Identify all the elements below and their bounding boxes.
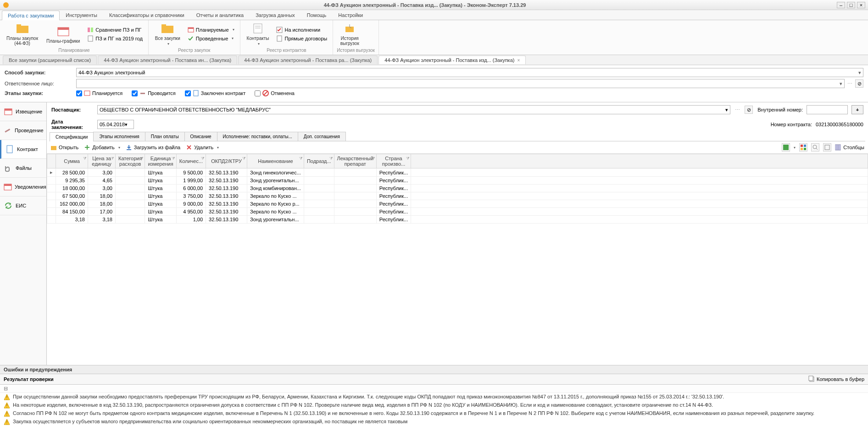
menu-tab-purchases[interactable]: Работа с закупками [2,11,60,20]
check-icon [188,35,194,42]
inner-tab-desc[interactable]: Описание [184,132,217,141]
filter-icon[interactable]: ⧩ [299,156,303,161]
responsible-combo[interactable]: ▾ [76,79,845,88]
planned-button[interactable]: Планируемые▾ [186,26,236,34]
stage-planning-check[interactable]: Планируется [76,90,122,96]
delete-button[interactable]: Удалить▾ [186,144,219,151]
nav-notifications[interactable]: Уведомления [0,178,46,196]
settings-button[interactable] [823,143,831,151]
add-internal-num-button[interactable]: + [851,105,863,114]
inner-tab-spec[interactable]: Спецификации [50,132,94,141]
filter-icon[interactable]: ⧩ [242,156,246,161]
search-button[interactable] [811,143,819,151]
stage-contract-check[interactable]: Заключен контракт [185,90,245,96]
menu-tab-settings[interactable]: Настройки [332,10,369,20]
open-button[interactable]: Открыть [50,144,78,151]
svg-text:!: ! [6,395,7,400]
ellipsis-icon[interactable]: ⋯ [847,81,852,87]
copy-buffer-button[interactable]: Копировать в буфер [808,376,864,383]
all-purchases-button[interactable]: Все закупки ▾ [152,21,183,47]
contracts-button[interactable]: Контракты ▾ [244,21,272,47]
menu-tabs: Работа с закупками Инструменты Классифик… [0,10,868,20]
plans-button[interactable]: Планы закупок (44-ФЗ) [4,21,41,47]
contract-small-icon [193,90,199,96]
menu-tab-loading[interactable]: Загрузка данных [250,10,301,20]
stages-label: Этапы закупки: [5,90,73,96]
supplier-combo[interactable]: ОБЩЕСТВО С ОГРАНИЧЕННОЙ ОТВЕТСТВЕННОСТЬЮ… [97,105,730,114]
close-tab-icon[interactable]: × [517,58,520,63]
date-picker[interactable]: 05.04.2018▾ [97,120,134,129]
table-row[interactable]: 9 295,354,65Штука1 999,0032.50.13.190Зон… [47,177,868,185]
nav-notice[interactable]: Извещение [0,102,46,121]
menu-tab-tools[interactable]: Инструменты [60,10,103,20]
stage-cancelled-check[interactable]: Отменена [255,90,295,96]
filter-icon[interactable]: ⧩ [201,156,205,161]
stage-conducted-check[interactable]: Проводится [132,90,176,96]
conducted-button[interactable]: Проведенные▾ [186,34,236,43]
internal-num-label: Внутренний номер: [757,107,803,112]
inner-tab-stages[interactable]: Этапы исполнения [93,132,145,141]
excel-button[interactable] [782,143,790,151]
internal-num-input[interactable] [807,105,848,114]
load-button[interactable]: Загрузить из файла [126,144,180,151]
filter-icon[interactable]: ⧩ [406,156,410,161]
pz-pg-2019-button[interactable]: ПЗ и ПГ на 2019 год [85,34,145,43]
history-button[interactable]: История выгрузок [337,21,362,47]
menu-tab-classifiers[interactable]: Классификаторы и справочники [103,10,190,20]
svg-rect-24 [5,109,12,111]
doc-tab-3[interactable]: 44-ФЗ Аукцион электронный - Поставка изд… [378,56,526,64]
nav-conduct[interactable]: Проведение [0,121,46,140]
clear-button[interactable]: ⊘ [855,79,863,88]
table-row[interactable]: ▸28 500,003,00Штука9 500,0032.50.13.190З… [47,168,868,177]
nav-files[interactable]: Файлы [0,159,46,178]
document-tabs: Все закупки (расширенный список) 44-ФЗ А… [0,55,868,65]
clear-supplier-button[interactable]: ⊘ [745,106,753,114]
table-row[interactable]: 3,183,18Штука1,0032.50.13.190Зонд уроген… [47,216,868,224]
svg-rect-20 [194,90,198,96]
minimize-button[interactable]: – [837,2,845,8]
doc-tab-1[interactable]: 44-ФЗ Аукцион электронный - Поставка ин.… [98,56,237,64]
inner-tab-exec[interactable]: Исполнение: поставки, оплаты... [217,132,298,141]
table-row[interactable]: 18 000,003,00Штука6 000,0032.50.13.190Зо… [47,185,868,192]
contract-num-label: Номер контракта: [771,122,812,127]
title-bar: 44-ФЗ Аукцион электронный - Поставка изд… [0,0,868,10]
date-label: Дата заключения: [51,119,93,130]
tree-toggle[interactable]: ⊟ [0,385,868,393]
calendar-small-icon [188,27,194,33]
doc-tab-2[interactable]: 44-ФЗ Аукцион электронный - Поставка ра.… [238,56,378,64]
inner-tab-addendum[interactable]: Доп. соглашения [298,132,346,141]
filter-icon[interactable]: ⧩ [140,156,144,161]
filter-icon[interactable]: ⧩ [83,156,87,161]
doc-tab-all[interactable]: Все закупки (расширенный список) [3,56,97,64]
nav-contract[interactable]: Контракт [0,140,46,159]
plans-schedules-button[interactable]: Планы-графики [44,24,83,45]
columns-button[interactable]: Столбцы [835,144,864,151]
inner-tab-payment[interactable]: План оплаты [145,132,185,141]
spec-grid[interactable]: Сумма⧩ Цена за единицу⧩ Категория расход… [47,154,868,365]
method-combo[interactable]: 44-ФЗ Аукцион электронный▾ [76,68,863,77]
direct-contracts-button[interactable]: Прямые договоры [274,34,329,43]
on-execution-button[interactable]: На исполнении [274,26,329,34]
table-row[interactable]: 84 150,0017,00Штука4 950,0032.50.13.190З… [47,208,868,216]
filter-icon[interactable]: ⧩ [372,156,375,161]
compare-icon [87,27,94,33]
contract-icon [5,145,14,154]
chevron-down-icon[interactable]: ▾ [794,146,796,150]
filter-icon[interactable]: ⧩ [172,156,175,161]
chevron-down-icon: ▾ [125,122,128,128]
close-button[interactable]: × [857,2,865,8]
filter-icon[interactable]: ⧩ [111,156,114,161]
filter-icon[interactable]: ⧩ [329,156,333,161]
add-button[interactable]: Добавить▾ [84,144,120,151]
menu-tab-help[interactable]: Помощь [301,10,333,20]
open-icon [50,144,57,151]
table-row[interactable]: 67 500,0018,00Штука3 750,0032.50.13.190З… [47,192,868,200]
ellipsis-icon[interactable]: ⋯ [735,107,740,113]
grid-view-button[interactable] [799,143,807,151]
table-row[interactable]: 162 000,0018,00Штука9 000,0032.50.13.190… [47,200,868,208]
menu-tab-reports[interactable]: Отчеты и аналитика [190,10,250,20]
nav-eis[interactable]: ЕИС [0,196,46,215]
compare-button[interactable]: Сравнение ПЗ и ПГ [85,26,145,34]
maximize-button[interactable]: □ [847,2,855,8]
chevron-down-icon: ▾ [167,42,169,46]
